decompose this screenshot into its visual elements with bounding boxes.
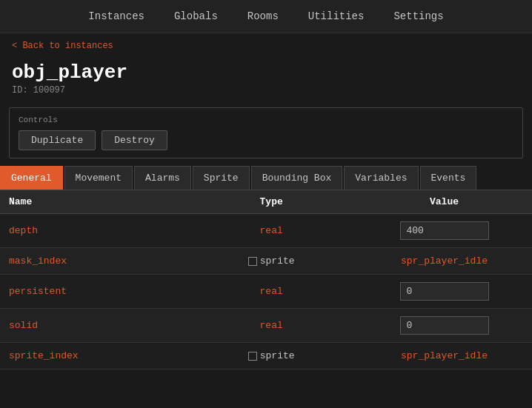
table-row: solidreal	[0, 309, 532, 343]
nav-utilities[interactable]: Utilities	[308, 10, 365, 22]
properties-table: Name Type Value depthrealmask_indexsprit…	[0, 190, 532, 369]
sprite-checkbox-icon	[248, 257, 257, 266]
col-header-type: Type	[186, 190, 356, 214]
value-input[interactable]	[400, 282, 489, 301]
tab-variables[interactable]: Variables	[344, 166, 418, 190]
top-nav: Instances Globals Rooms Utilities Settin…	[0, 0, 532, 33]
sprite-checkbox-icon	[248, 352, 257, 361]
destroy-button[interactable]: Destroy	[102, 130, 167, 150]
tab-sprite[interactable]: Sprite	[193, 166, 250, 190]
col-header-value: Value	[356, 190, 532, 214]
controls-label: Controls	[19, 116, 513, 124]
value-link[interactable]: spr_player_idle	[401, 350, 488, 361]
nav-instances[interactable]: Instances	[88, 10, 144, 22]
cell-type: sprite	[186, 248, 356, 275]
nav-rooms[interactable]: Rooms	[247, 10, 279, 22]
tab-movement[interactable]: Movement	[64, 166, 133, 190]
cell-name: sprite_index	[0, 343, 186, 369]
cell-name: solid	[0, 309, 186, 343]
tab-bounding-box[interactable]: Bounding Box	[251, 166, 343, 190]
cell-type: real	[186, 309, 356, 343]
tabs-row: General Movement Alarms Sprite Bounding …	[0, 166, 532, 190]
controls-box: Controls Duplicate Destroy	[9, 107, 523, 158]
value-input[interactable]	[400, 316, 489, 335]
value-link[interactable]: spr_player_idle	[401, 255, 488, 267]
tab-alarms[interactable]: Alarms	[134, 166, 191, 190]
cell-type: real	[186, 275, 356, 309]
cell-type: real	[186, 214, 356, 248]
nav-settings[interactable]: Settings	[393, 10, 443, 22]
cell-value[interactable]	[356, 214, 532, 248]
table-row: persistentreal	[0, 275, 532, 309]
nav-globals[interactable]: Globals	[174, 10, 218, 22]
controls-buttons: Duplicate Destroy	[19, 130, 513, 150]
tab-events[interactable]: Events	[420, 166, 477, 190]
cell-name: mask_index	[0, 248, 186, 275]
tab-general[interactable]: General	[0, 166, 63, 190]
value-input[interactable]	[400, 221, 489, 240]
cell-name: persistent	[0, 275, 186, 309]
table-row: depthreal	[0, 214, 532, 248]
instance-id: ID: 100097	[12, 85, 520, 96]
duplicate-button[interactable]: Duplicate	[19, 130, 96, 150]
cell-value[interactable]	[356, 309, 532, 343]
col-header-name: Name	[0, 190, 186, 214]
table-row: mask_indexspritespr_player_idle	[0, 248, 532, 275]
cell-name: depth	[0, 214, 186, 248]
cell-value: spr_player_idle	[356, 248, 532, 275]
back-to-instances-link[interactable]: < Back to instances	[0, 33, 532, 58]
instance-name: obj_player	[12, 61, 520, 84]
cell-type: sprite	[186, 343, 356, 369]
cell-value: spr_player_idle	[356, 343, 532, 369]
table-row: sprite_indexspritespr_player_idle	[0, 343, 532, 369]
instance-header: obj_player ID: 100097	[0, 58, 532, 101]
table-header-row: Name Type Value	[0, 190, 532, 214]
cell-value[interactable]	[356, 275, 532, 309]
